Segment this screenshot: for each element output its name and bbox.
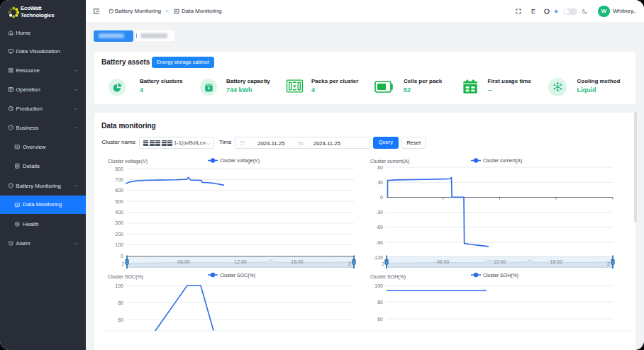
svg-text:800: 800 [115, 166, 123, 171]
svg-text:Cluster current(A): Cluster current(A) [370, 159, 409, 164]
svg-text:-60: -60 [376, 225, 383, 230]
svg-text:2: 2 [607, 261, 610, 266]
svg-text:200: 200 [115, 232, 123, 237]
svg-text:60: 60 [377, 165, 383, 170]
svg-text:06:00: 06:00 [177, 259, 190, 264]
svg-text:30: 30 [377, 180, 383, 185]
svg-text:Cluster voltage(V): Cluster voltage(V) [108, 159, 148, 164]
svg-text:Cluster SOC(%): Cluster SOC(%) [108, 274, 143, 280]
svg-text:Cluster voltage(V): Cluster voltage(V) [220, 158, 260, 164]
svg-text:-30: -30 [376, 210, 383, 215]
svg-text:Cluster SOC(%): Cluster SOC(%) [220, 273, 255, 278]
svg-text:60: 60 [377, 317, 383, 322]
svg-text:12:00: 12:00 [494, 259, 506, 264]
svg-text:100: 100 [115, 283, 123, 288]
svg-text:100: 100 [374, 283, 383, 288]
svg-text:0: 0 [380, 195, 383, 200]
svg-text:2: 2 [382, 261, 384, 266]
svg-text:2: 2 [348, 261, 351, 266]
svg-text:60: 60 [118, 317, 123, 322]
svg-text:100: 100 [115, 242, 123, 247]
svg-text:80: 80 [118, 300, 123, 305]
svg-text:Cluster current(A): Cluster current(A) [483, 158, 522, 164]
svg-text:300: 300 [115, 220, 123, 225]
svg-text:2: 2 [122, 261, 125, 266]
svg-text:-90: -90 [376, 240, 383, 245]
svg-text:18:00: 18:00 [291, 259, 304, 264]
svg-text:80: 80 [377, 300, 383, 305]
svg-text:Cluster SOH(%): Cluster SOH(%) [370, 274, 406, 280]
svg-text:600: 600 [115, 188, 123, 193]
svg-text:500: 500 [115, 199, 123, 204]
svg-text:-120: -120 [373, 255, 383, 260]
svg-text:700: 700 [115, 177, 123, 182]
svg-text:18:00: 18:00 [550, 259, 562, 264]
svg-text:Cluster SOH(%): Cluster SOH(%) [483, 273, 518, 278]
svg-text:400: 400 [115, 210, 123, 215]
svg-text:12:00: 12:00 [234, 259, 247, 264]
svg-text:0: 0 [121, 254, 123, 259]
svg-text:06:00: 06:00 [437, 259, 450, 264]
